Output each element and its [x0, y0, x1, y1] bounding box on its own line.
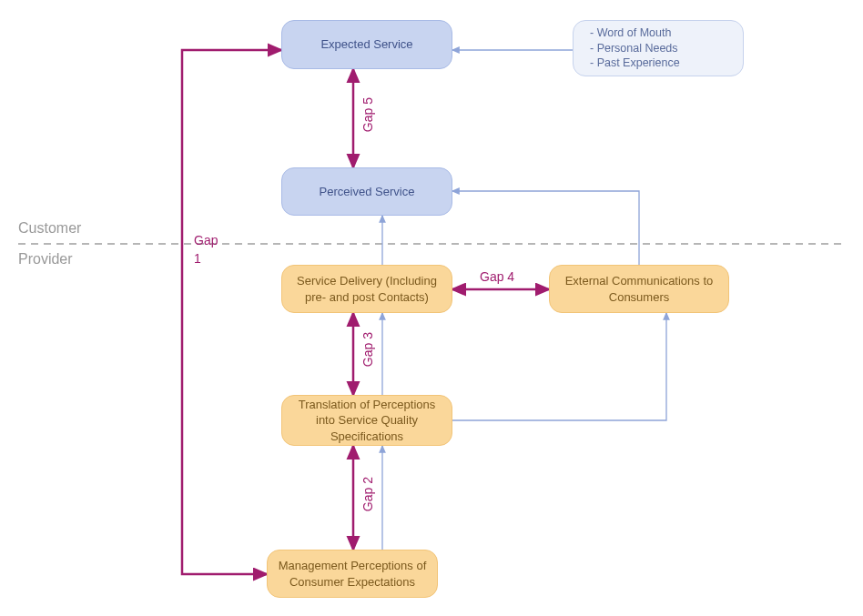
gap5-label: Gap 5: [360, 97, 375, 132]
node-label: Translation of Perceptions into Service …: [291, 397, 442, 445]
node-influences: - Word of Mouth - Personal Needs - Past …: [573, 20, 744, 76]
gap1-label-a: Gap: [194, 233, 218, 247]
node-label: Management Perceptions of Consumer Expec…: [277, 558, 428, 590]
gap1-arrow: [182, 50, 281, 574]
node-translation: Translation of Perceptions into Service …: [281, 395, 452, 446]
influence-line: - Word of Mouth: [590, 25, 680, 41]
flow-translation-to-external: [452, 313, 666, 420]
node-external-communications: External Communications to Consumers: [549, 265, 729, 313]
node-perceived-service: Perceived Service: [281, 167, 452, 216]
gap3-label: Gap 3: [360, 332, 375, 367]
node-management-perceptions: Management Perceptions of Consumer Expec…: [267, 550, 438, 598]
influence-line: - Personal Needs: [590, 41, 680, 56]
influence-line: - Past Experience: [590, 56, 680, 71]
node-service-delivery: Service Delivery (Including pre- and pos…: [281, 265, 452, 313]
zone-label-customer: Customer: [18, 220, 81, 237]
node-label: Perceived Service: [320, 184, 415, 200]
node-label: Expected Service: [320, 36, 412, 53]
zone-label-provider: Provider: [18, 251, 73, 268]
node-label: Service Delivery (Including pre- and pos…: [291, 273, 442, 305]
node-label: External Communications to Consumers: [559, 273, 719, 305]
gap4-label: Gap 4: [480, 269, 514, 284]
flow-external-to-perceived: [452, 191, 639, 265]
gap2-label: Gap 2: [360, 477, 375, 511]
gap1-label-b: 1: [194, 251, 201, 266]
node-expected-service: Expected Service: [281, 20, 452, 69]
